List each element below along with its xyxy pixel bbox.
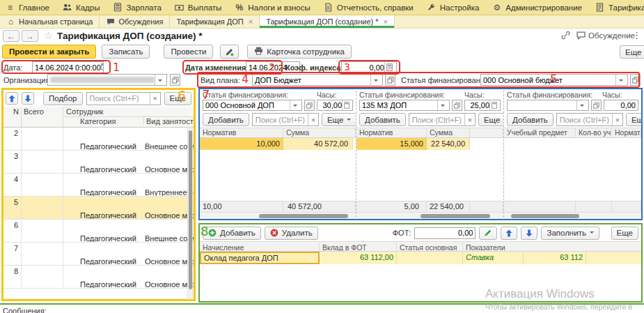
employee-row[interactable]: 7 ПедагогическийОсновное мес <box>3 243 194 266</box>
clear-search-icon[interactable]: × <box>308 114 318 125</box>
search-input[interactable]: Поиск (Ctrl+F)× <box>409 113 476 126</box>
funding-article-input[interactable]: 000 Основной ДОП <box>203 100 302 111</box>
accrual-row-selected[interactable]: Оклад педагога ДОП 63 112,00 Ставка 63 1… <box>200 252 641 264</box>
funding-item-input[interactable]: 000 Основной бюджет <box>480 74 628 86</box>
chevron-down-icon[interactable] <box>370 75 380 85</box>
employee-row-selected[interactable]: 5 ПедагогическийОсновное мес <box>3 197 194 220</box>
menu-item-payments[interactable]: Выплаты <box>175 3 222 12</box>
hours-input[interactable]: 25,00 <box>464 100 501 111</box>
chevron-down-icon[interactable] <box>576 100 586 110</box>
plan-kind-open-icon[interactable] <box>385 74 395 86</box>
horizontal-scrollbar[interactable] <box>356 212 503 219</box>
accruals-more-button[interactable]: Еще <box>611 227 638 240</box>
employees-more-button[interactable]: Еще <box>164 92 191 105</box>
menu-item-tariffication[interactable]: Тарификация <box>595 3 644 12</box>
funding-item-open-icon[interactable] <box>630 74 641 86</box>
close-icon[interactable]: × <box>384 17 388 26</box>
add-accrual-button[interactable]: Добавить <box>203 227 261 240</box>
funding-article-input[interactable]: 135 МЗ ДОП <box>359 100 450 111</box>
link-icon[interactable] <box>561 31 570 41</box>
kebab-menu-icon[interactable]: ⋮ <box>632 30 641 40</box>
menu-item-salary[interactable]: Зарплата <box>113 3 161 12</box>
move-up-icon[interactable] <box>6 92 18 105</box>
calculator-button-icon[interactable] <box>489 100 498 110</box>
add-button[interactable]: Добавить <box>359 113 406 126</box>
scrollbar-thumb[interactable] <box>189 130 192 289</box>
employee-row[interactable]: 3 ПедагогическийОсновное мес <box>3 151 194 174</box>
funding-article-open-icon[interactable] <box>591 100 602 111</box>
search-input[interactable]: Поиск (Ctrl+F)× <box>556 113 623 126</box>
tab-discussions[interactable]: Обсуждения <box>100 15 170 28</box>
horizontal-scrollbar[interactable] <box>200 212 356 219</box>
menu-item-staff[interactable]: Кадры <box>63 3 100 12</box>
calculator-button-icon[interactable] <box>342 100 350 110</box>
back-button[interactable]: ← <box>3 30 19 42</box>
sign-pen-icon[interactable] <box>220 45 239 59</box>
tab-tariffication-dop[interactable]: Тарификация ДОП × <box>170 15 260 28</box>
post-and-close-button[interactable]: Провести и закрыть <box>2 45 96 59</box>
add-button[interactable]: Добавить <box>507 113 553 126</box>
close-icon[interactable]: × <box>249 17 253 26</box>
move-up-icon[interactable] <box>501 227 517 240</box>
menu-item-settings[interactable]: Настройка <box>427 3 480 12</box>
fill-button[interactable]: Заполнить <box>541 227 599 240</box>
search-input[interactable]: Поиск (Ctrl+F)× <box>252 113 319 126</box>
date-input[interactable]: 14.06.2024 0:00:00 <box>32 61 104 73</box>
pick-employees-button[interactable]: Подбор <box>43 92 83 105</box>
hours-input[interactable]: 0,00 <box>604 100 638 111</box>
index-coef-input[interactable]: 0,00 <box>341 61 397 73</box>
employee-card-button[interactable]: Карточка сотрудника <box>247 45 351 59</box>
funding-row-selected[interactable]: 10,00040 572,00 <box>200 138 356 150</box>
horizontal-scrollbar[interactable] <box>504 212 641 219</box>
tab-tariffication-dop-new[interactable]: Тарификация ДОП (создание) * × <box>260 15 395 28</box>
more-button[interactable]: Еще <box>478 113 503 126</box>
move-down-icon[interactable] <box>22 92 34 105</box>
menu-item-administration[interactable]: ⚙ Администрирование <box>492 3 582 12</box>
organization-open-icon[interactable] <box>170 74 180 86</box>
tab-home[interactable]: ⌂ Начальная страница <box>0 15 100 28</box>
write-button[interactable]: Записать <box>102 45 150 59</box>
menu-item-taxes[interactable]: % Налоги и взносы <box>235 3 310 12</box>
employee-row[interactable]: 8 ПедагогическийОсновное мес <box>3 266 194 289</box>
employees-search-input[interactable]: Поиск (Ctrl+F) × <box>86 92 161 105</box>
funding-article-open-icon[interactable] <box>304 100 315 111</box>
funding-article-open-icon[interactable] <box>452 100 462 111</box>
employee-category: Педагогический <box>80 257 145 265</box>
menu-item-main[interactable]: ≡ Главное <box>6 3 49 12</box>
scrollbar-thumb[interactable] <box>511 214 579 218</box>
employee-row[interactable]: 2 ПедагогическийВнешнее совм <box>3 128 194 151</box>
delete-accrual-button[interactable]: Удалить <box>265 227 318 240</box>
discussion-link[interactable]: Обсуждение <box>588 31 635 40</box>
forward-button[interactable]: → <box>22 30 38 42</box>
move-down-icon[interactable] <box>521 227 537 240</box>
calendar-icon[interactable] <box>101 63 104 72</box>
chevron-down-icon[interactable] <box>615 75 625 85</box>
scrollbar-thumb[interactable] <box>421 214 490 218</box>
chevron-down-icon[interactable] <box>290 100 299 110</box>
vertical-scrollbar[interactable] <box>187 128 193 298</box>
favorite-star-icon[interactable]: ☆ <box>44 30 53 41</box>
calculator-button-icon[interactable] <box>384 62 394 72</box>
menu-item-reports[interactable]: Отчетность, справки <box>324 3 414 12</box>
chevron-down-icon[interactable] <box>437 100 447 110</box>
employee-row[interactable]: 4 ПедагогическийВнутреннее со <box>3 174 194 197</box>
add-button[interactable]: Добавить <box>203 113 249 126</box>
clear-search-icon[interactable]: × <box>464 114 475 125</box>
fot-input[interactable]: 0,00 <box>414 227 476 239</box>
more-button[interactable]: Еще <box>322 113 356 126</box>
clear-search-icon[interactable]: × <box>612 114 622 125</box>
scrollbar-thumb[interactable] <box>259 214 348 218</box>
edit-pencil-icon[interactable] <box>479 227 497 240</box>
funding-article-input[interactable] <box>507 100 589 111</box>
organization-input[interactable] <box>47 74 167 86</box>
form-more-button[interactable]: Еще <box>620 45 644 59</box>
discussion-icon[interactable] <box>576 31 586 41</box>
hours-input[interactable]: 30,00 <box>317 100 353 111</box>
clear-search-icon[interactable]: × <box>150 93 160 105</box>
plan-kind-input[interactable]: ДОП Бюджет <box>252 74 383 86</box>
post-button[interactable]: Провести <box>164 45 213 59</box>
funding-row-selected[interactable]: 15,00022 540,00 <box>356 138 503 150</box>
chevron-down-icon[interactable] <box>155 75 164 85</box>
more-button[interactable]: Еще <box>626 113 641 126</box>
employee-row[interactable]: 6 ПедагогическийВнешнее совм <box>3 220 194 243</box>
